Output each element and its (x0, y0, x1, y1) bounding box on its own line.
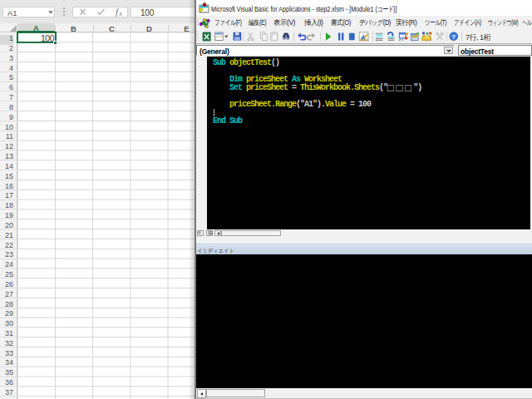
svg-text:x: x (119, 10, 123, 17)
svg-text:?: ? (451, 33, 456, 41)
